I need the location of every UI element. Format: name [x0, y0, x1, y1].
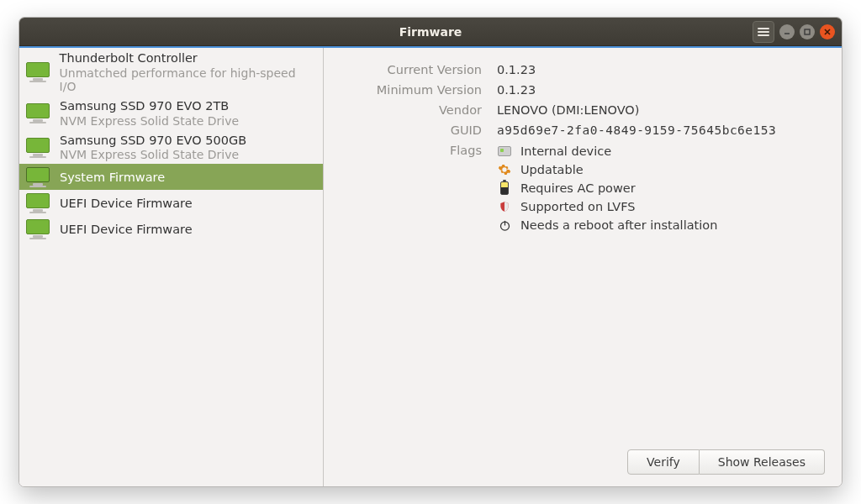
minimize-button[interactable] [779, 24, 795, 39]
sidebar-item-subtitle: NVM Express Solid State Drive [60, 114, 239, 128]
app-window: Firmware Thunderbolt [18, 17, 843, 487]
close-button[interactable] [820, 24, 835, 39]
flags-list: Internal device Updatable Requires AC po… [497, 144, 825, 233]
device-icon [24, 103, 51, 123]
label-guid: GUID [339, 123, 482, 137]
sidebar-item-thunderbolt[interactable]: Thunderbolt Controller Unmatched perform… [19, 48, 323, 96]
flag-reboot: Needs a reboot after installation [497, 218, 825, 233]
monitor-icon [26, 167, 50, 187]
window-title: Firmware [399, 25, 462, 39]
maximize-icon [803, 28, 811, 36]
flag-label: Needs a reboot after installation [520, 218, 717, 232]
value-minimum-version: 0.1.23 [497, 83, 825, 97]
flag-label: Supported on LVFS [520, 200, 635, 213]
minimize-icon [783, 28, 791, 36]
flag-lvfs: Supported on LVFS [497, 199, 825, 214]
device-icon [24, 167, 51, 187]
shield-icon [497, 199, 512, 214]
sidebar-item-label: UEFI Device Firmware [60, 197, 193, 211]
device-icon [24, 219, 51, 239]
sidebar-item-subtitle: NVM Express Solid State Drive [60, 148, 246, 161]
maximize-button[interactable] [800, 24, 815, 39]
value-current-version: 0.1.23 [497, 63, 825, 76]
label-vendor: Vendor [339, 103, 482, 117]
device-icon [24, 62, 51, 82]
sidebar-item-label: Thunderbolt Controller [60, 51, 313, 66]
flag-internal-device: Internal device [497, 144, 825, 159]
flag-label: Updatable [520, 163, 584, 176]
value-vendor: LENOVO (DMI:LENOVO) [497, 103, 825, 117]
verify-button[interactable]: Verify [627, 449, 700, 475]
window-controls [753, 21, 835, 43]
battery-icon [497, 181, 512, 196]
flag-ac-power: Requires AC power [497, 181, 825, 196]
sidebar-item-ssd-2tb[interactable]: Samsung SSD 970 EVO 2TB NVM Express Soli… [19, 96, 323, 130]
flag-label: Internal device [520, 144, 611, 158]
disk-icon [497, 144, 512, 159]
sidebar-item-system-firmware[interactable]: System Firmware [19, 164, 323, 190]
monitor-icon [26, 219, 50, 239]
action-buttons: Verify Show Releases [339, 449, 825, 475]
power-icon [497, 218, 512, 233]
value-guid: a95d69e7-2fa0-4849-9159-75645bc6e153 [497, 123, 825, 137]
close-icon [823, 28, 832, 36]
sidebar-item-label: UEFI Device Firmware [60, 223, 193, 237]
sidebar-item-subtitle: Unmatched performance for high-speed I/O [60, 66, 313, 93]
body-area: Thunderbolt Controller Unmatched perform… [19, 48, 842, 486]
flag-label: Requires AC power [520, 181, 636, 195]
detail-grid: Current Version 0.1.23 Minimum Version 0… [339, 63, 825, 233]
device-sidebar: Thunderbolt Controller Unmatched perform… [19, 48, 324, 486]
monitor-icon [26, 193, 50, 213]
sidebar-item-uefi-1[interactable]: UEFI Device Firmware [19, 190, 323, 216]
sidebar-item-uefi-2[interactable]: UEFI Device Firmware [19, 216, 323, 242]
sidebar-item-label: Samsung SSD 970 EVO 2TB [60, 99, 239, 113]
flag-updatable: Updatable [497, 162, 825, 177]
monitor-icon [26, 103, 50, 123]
label-current-version: Current Version [339, 63, 482, 76]
sidebar-item-ssd-500gb[interactable]: Samsung SSD 970 EVO 500GB NVM Express So… [19, 130, 323, 165]
gear-icon [497, 162, 512, 177]
sidebar-item-label: Samsung SSD 970 EVO 500GB [60, 134, 246, 148]
detail-pane: Current Version 0.1.23 Minimum Version 0… [324, 48, 842, 486]
hamburger-icon [758, 26, 769, 38]
menu-button[interactable] [753, 21, 774, 43]
show-releases-button[interactable]: Show Releases [700, 449, 825, 475]
title-bar: Firmware [19, 18, 842, 46]
label-minimum-version: Minimum Version [339, 83, 482, 97]
label-flags: Flags [339, 144, 482, 233]
device-icon [24, 193, 51, 213]
monitor-icon [26, 138, 50, 158]
device-icon [24, 138, 51, 158]
monitor-icon [26, 62, 50, 82]
svg-rect-0 [805, 29, 810, 34]
sidebar-item-label: System Firmware [60, 171, 165, 185]
value-flags: Internal device Updatable Requires AC po… [497, 144, 825, 233]
